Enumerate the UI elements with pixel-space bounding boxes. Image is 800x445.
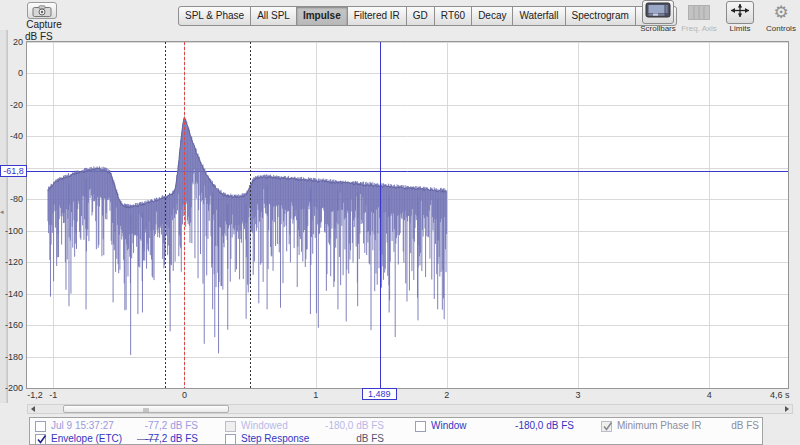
y-tick-label: -20 <box>10 100 23 110</box>
x-tick-label: 3 <box>576 390 581 400</box>
trace-legend-panel: Jul 9 15:37:27-77,2 dB FSWindowed-180,0 … <box>29 417 763 445</box>
y-tick-label: 20 <box>13 37 23 47</box>
x-tick-label: 0 <box>182 390 187 400</box>
checkbox-windowed <box>225 421 236 432</box>
y-tick-label: -40 <box>10 131 23 141</box>
scrollbar-thumb[interactable] <box>63 405 229 413</box>
y-cursor-value-box[interactable]: -61,8 <box>0 165 27 177</box>
y-tick-label: -180 <box>5 352 23 362</box>
controls-button[interactable]: ⚙Controls <box>761 1 800 33</box>
freq-axis-icon <box>688 5 710 20</box>
gear-icon: ⚙ <box>773 4 788 21</box>
tab-rt60[interactable]: RT60 <box>434 6 472 26</box>
toolbar-button-label: Limits <box>730 24 751 33</box>
toolbar-button-label: Freq. Axis <box>681 24 717 33</box>
y-tick-label: -140 <box>5 289 23 299</box>
toolbar-right-buttons: ScrollbarsFreq. AxisLimits⚙Controls <box>638 1 800 33</box>
y-tick-label: -80 <box>10 194 23 204</box>
legend-value: -77,2 dB FS <box>108 420 198 431</box>
capture-button[interactable] <box>27 2 57 19</box>
scrollbars-icon <box>642 0 674 24</box>
tab-waterfall[interactable]: Waterfall <box>512 6 565 26</box>
x-tick-label: 4 <box>707 390 712 400</box>
checkbox-step-response[interactable] <box>225 434 236 445</box>
legend-label: Window <box>431 420 467 431</box>
toolbar-button-label: Controls <box>766 24 796 33</box>
scroll-right-arrow[interactable] <box>782 405 792 413</box>
y-tick-label: -160 <box>5 320 23 330</box>
checkbox-jul-9-15-37-27[interactable] <box>35 421 46 432</box>
check-icon <box>602 421 613 432</box>
tab-decay[interactable]: Decay <box>471 6 513 26</box>
tab-gd[interactable]: GD <box>406 6 435 26</box>
checkbox-minimum-phase-ir <box>601 421 612 432</box>
y-tick-label: -200 <box>5 383 23 393</box>
x-cursor-value-box[interactable]: 1,489 <box>362 388 397 400</box>
legend-label: Jul 9 15:37:27 <box>51 420 114 431</box>
scrollbar-grip <box>144 408 149 412</box>
y-tick-label: -100 <box>5 226 23 236</box>
tab-all-spl[interactable]: All SPL <box>250 6 297 26</box>
legend-value: -77,2 dB FS <box>108 433 198 444</box>
x-axis-end-label: 4,6 s <box>770 390 790 400</box>
time-scrollbar[interactable] <box>27 404 793 414</box>
rew-impulse-window: { "toolbar": { "capture_label": "Capture… <box>0 0 800 445</box>
checkbox-window[interactable] <box>415 421 426 432</box>
x-tick-label: 1 <box>313 390 318 400</box>
tab-filtered-ir[interactable]: Filtered IR <box>347 6 407 26</box>
legend-value: -180,0 dB FS <box>294 420 384 431</box>
freq-axis-button: Freq. Axis <box>679 1 719 33</box>
y-tick-label: -120 <box>5 257 23 267</box>
checkbox-envelope-etc-[interactable] <box>35 434 46 445</box>
top-toolbar: Capture SPL & PhaseAll SPLImpulseFiltere… <box>0 0 800 30</box>
scrollbars-button[interactable]: Scrollbars <box>638 1 678 33</box>
x-tick-label: -1 <box>49 390 57 400</box>
x-tick-label: 2 <box>444 390 449 400</box>
legend-label: Windowed <box>241 420 288 431</box>
tab-spl-phase[interactable]: SPL & Phase <box>178 6 251 26</box>
scroll-left-arrow[interactable] <box>28 405 38 413</box>
legend-value: dB FS <box>669 420 759 431</box>
impulse-chart-canvas[interactable] <box>27 42 788 388</box>
camera-icon <box>32 5 52 17</box>
limits-button[interactable]: Limits <box>720 1 760 33</box>
tab-impulse[interactable]: Impulse <box>296 6 348 26</box>
toolbar-button-label: Scrollbars <box>640 24 676 33</box>
capture-button-label: Capture <box>22 19 66 30</box>
legend-value: -180,0 dB FS <box>484 420 574 431</box>
check-icon <box>36 434 47 445</box>
limits-icon <box>726 1 754 24</box>
tab-spectrogram[interactable]: Spectrogram <box>565 6 636 26</box>
legend-value: dB FS <box>294 433 384 444</box>
y-axis-tick-labels: 200-20-40-60-80-100-120-140-160-180-200 <box>0 42 24 388</box>
graph-tab-group: SPL & PhaseAll SPLImpulseFiltered IRGDRT… <box>178 6 677 26</box>
y-tick-label: 0 <box>18 68 23 78</box>
x-axis-tick-labels: -1,2-101234 <box>27 390 793 401</box>
x-tick-label: -1,2 <box>27 390 43 400</box>
